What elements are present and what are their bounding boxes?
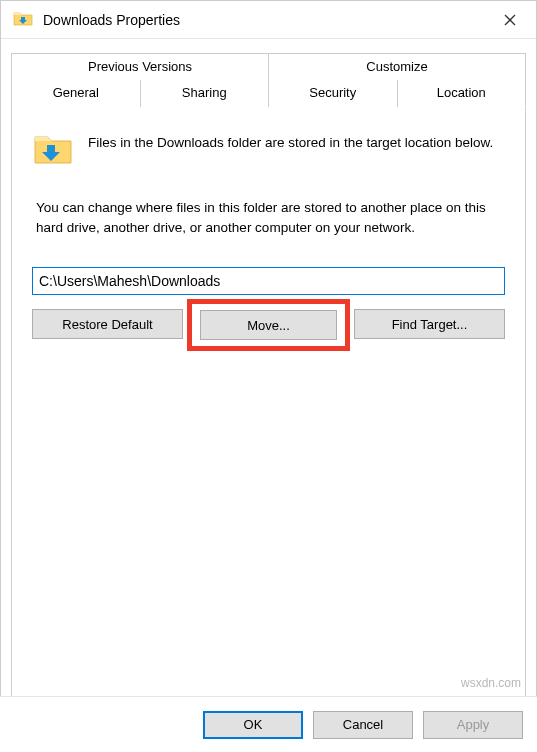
- titlebar: Downloads Properties: [1, 1, 536, 39]
- close-button[interactable]: [490, 5, 530, 35]
- folder-downloads-icon: [13, 8, 33, 31]
- path-input[interactable]: [32, 267, 505, 295]
- description-text: You can change where files in this folde…: [32, 198, 505, 237]
- watermark: wsxdn.com: [461, 676, 521, 690]
- tab-previous-versions[interactable]: Previous Versions: [11, 53, 269, 80]
- apply-button[interactable]: Apply: [423, 711, 523, 739]
- tab-security[interactable]: Security: [269, 80, 398, 107]
- tab-general[interactable]: General: [11, 80, 141, 107]
- dialog-footer: OK Cancel Apply: [0, 696, 537, 752]
- move-highlight: Move...: [187, 299, 350, 351]
- tab-sharing[interactable]: Sharing: [141, 80, 270, 107]
- cancel-button[interactable]: Cancel: [313, 711, 413, 739]
- tabs-container: Previous Versions Customize General Shar…: [1, 39, 536, 705]
- tab-customize[interactable]: Customize: [269, 53, 526, 80]
- info-text: Files in the Downloads folder are stored…: [88, 127, 493, 153]
- move-button[interactable]: Move...: [200, 310, 337, 340]
- tab-location[interactable]: Location: [398, 80, 527, 107]
- find-target-button[interactable]: Find Target...: [354, 309, 505, 339]
- window-title: Downloads Properties: [43, 12, 490, 28]
- ok-button[interactable]: OK: [203, 711, 303, 739]
- restore-default-button[interactable]: Restore Default: [32, 309, 183, 339]
- tab-content: Files in the Downloads folder are stored…: [11, 107, 526, 705]
- folder-large-icon: [32, 127, 74, 172]
